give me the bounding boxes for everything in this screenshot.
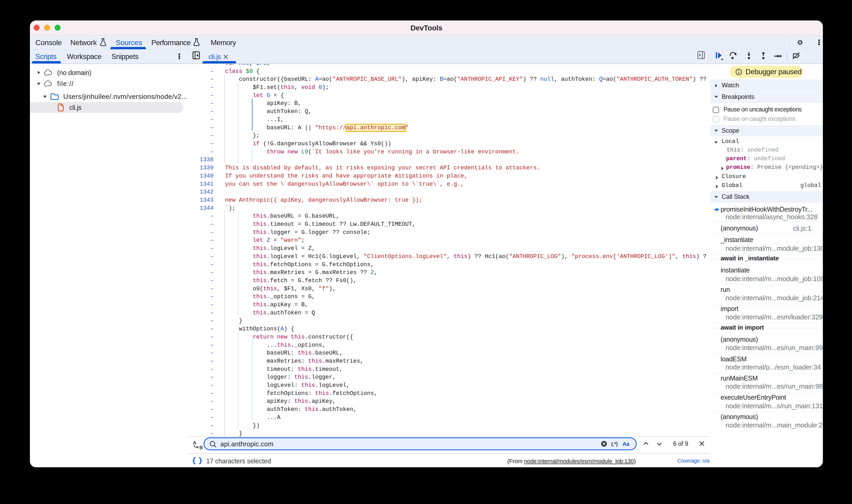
- svg-text:A: A: [193, 440, 196, 446]
- svg-text:B: B: [199, 445, 203, 450]
